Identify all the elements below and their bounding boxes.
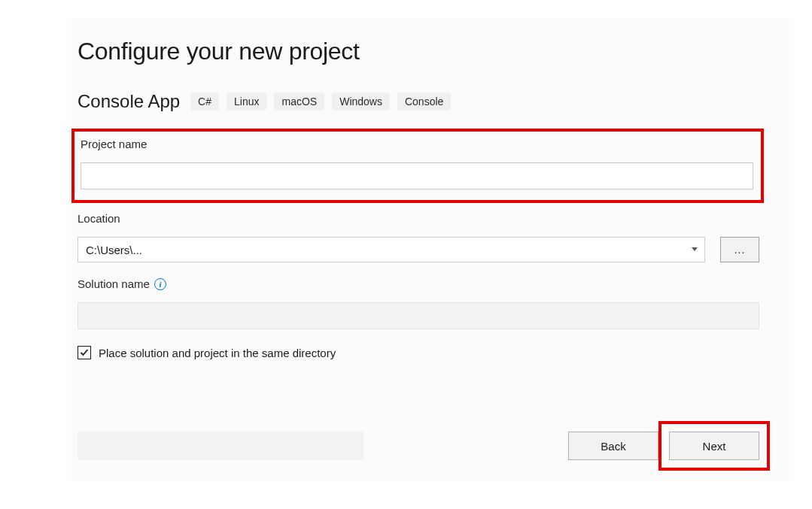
bottom-bar: Back Next — [78, 432, 759, 460]
checkmark-icon — [80, 348, 89, 357]
browse-button[interactable]: ... — [720, 237, 759, 262]
template-name: Console App — [78, 91, 180, 112]
solution-name-label-row: Solution name i — [78, 277, 759, 290]
info-icon[interactable]: i — [154, 278, 166, 290]
browse-label: ... — [734, 244, 746, 256]
template-row: Console App C# Linux macOS Windows Conso… — [78, 91, 759, 112]
same-directory-label: Place solution and project in the same d… — [99, 347, 336, 359]
location-select-wrapper — [78, 237, 705, 262]
page-title: Configure your new project — [78, 38, 759, 65]
bottom-placeholder — [78, 432, 363, 460]
location-group: Location ... — [78, 212, 759, 262]
next-button-highlight: Next — [658, 421, 770, 471]
template-tags: C# Linux macOS Windows Console — [190, 92, 451, 111]
project-name-label: Project name — [81, 138, 753, 150]
tag-csharp: C# — [190, 92, 219, 111]
same-directory-row: Place solution and project in the same d… — [78, 346, 759, 359]
tag-macos: macOS — [274, 92, 324, 111]
project-name-input[interactable] — [81, 162, 753, 189]
location-input[interactable] — [78, 237, 705, 262]
next-button[interactable]: Next — [669, 432, 759, 460]
back-button[interactable]: Back — [568, 432, 658, 460]
location-label: Location — [78, 212, 759, 225]
tag-windows: Windows — [332, 92, 390, 111]
solution-name-group: Solution name i — [78, 277, 759, 329]
configure-project-panel: Configure your new project Console App C… — [71, 19, 789, 481]
solution-name-label: Solution name — [78, 277, 150, 290]
same-directory-checkbox[interactable] — [78, 346, 91, 359]
solution-name-input — [78, 302, 759, 329]
tag-linux: Linux — [227, 92, 266, 111]
tag-console: Console — [397, 92, 451, 111]
project-name-highlight: Project name — [71, 129, 764, 203]
